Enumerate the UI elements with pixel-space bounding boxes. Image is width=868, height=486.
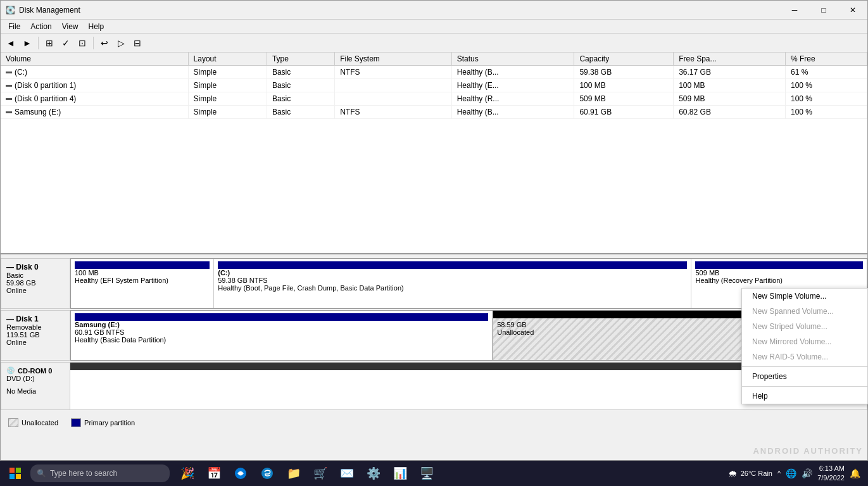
cell-status: Healthy (B...	[451, 106, 574, 119]
ctx-new-raid5[interactable]: New RAID-5 Volume...	[742, 349, 867, 364]
cell-layout: Simple	[188, 79, 267, 92]
cell-status: Healthy (R...	[451, 92, 574, 106]
col-layout: Layout	[188, 53, 267, 66]
maximize-button[interactable]: □	[809, 1, 838, 20]
cell-pct: 100 %	[786, 79, 867, 92]
title-bar-icon: 💽	[6, 6, 15, 15]
ctx-new-mirrored[interactable]: New Mirrored Volume...	[742, 334, 867, 349]
volume-table: Volume Layout Type File System Status Ca…	[1, 53, 867, 119]
toolbar-btn-4[interactable]: ✓	[58, 35, 73, 51]
cell-filesystem: NTFS	[335, 66, 452, 79]
cell-pct: 61 %	[786, 66, 867, 79]
cdrom0-type: DVD (D:)	[6, 375, 65, 382]
legend-primary-box	[71, 418, 81, 427]
cell-capacity: 59.38 GB	[574, 66, 674, 79]
cdrom0-name: CD-ROM 0	[18, 367, 52, 375]
weather-icon: 🌧	[728, 468, 737, 478]
toolbar-btn-7[interactable]: ▷	[113, 35, 129, 51]
cdrom0-icon: 💿	[6, 366, 15, 375]
ctx-new-striped[interactable]: New Striped Volume...	[742, 319, 867, 334]
taskbar-sys-icons: 🌧 26°C Rain	[728, 468, 772, 478]
legend-primary: Primary partition	[71, 418, 135, 427]
start-button[interactable]	[3, 461, 28, 486]
table-area: Volume Layout Type File System Status Ca…	[1, 53, 867, 254]
taskbar-search[interactable]: 🔍 Type here to search	[30, 464, 170, 482]
table-row[interactable]: (Disk 0 partition 1) Simple Basic Health…	[1, 79, 867, 92]
ctx-properties[interactable]: Properties	[742, 369, 867, 384]
cell-capacity: 100 MB	[574, 79, 674, 92]
disk0-efi-bar	[75, 261, 210, 269]
close-button[interactable]: ✕	[838, 1, 867, 20]
taskbar-edge[interactable]	[255, 461, 280, 486]
volume-icon[interactable]: 🔊	[802, 468, 812, 478]
taskbar-mail[interactable]: ✉️	[334, 461, 360, 486]
toolbar-btn-6[interactable]: ↩	[97, 35, 112, 51]
taskbar-settings[interactable]: ⚙️	[361, 461, 386, 486]
disk0-c-name: (C:)	[218, 269, 687, 277]
disk1-samsung-partition[interactable]: Samsung (E:) 60.91 GB NTFS Healthy (Basi…	[71, 311, 493, 360]
toolbar-btn-8[interactable]: ⊟	[130, 35, 145, 51]
col-status: Status	[451, 53, 574, 66]
taskbar-folder[interactable]: 📁	[281, 461, 306, 486]
title-bar: 💽 Disk Management ─ □ ✕	[1, 1, 867, 20]
disk1-size: 119.51 GB	[6, 331, 65, 339]
table-row[interactable]: Samsung (E:) Simple Basic NTFS Healthy (…	[1, 106, 867, 119]
col-filesystem: File System	[335, 53, 452, 66]
taskbar-widgets[interactable]: 🎉	[175, 461, 200, 486]
taskbar-explorer-icon[interactable]	[228, 461, 253, 486]
col-type: Type	[267, 53, 334, 66]
toolbar-btn-3[interactable]: ⊞	[42, 35, 57, 51]
menu-view[interactable]: View	[57, 21, 84, 32]
notification-icon[interactable]: 🔔	[850, 468, 860, 478]
clock-time: 6:13 AM	[817, 464, 845, 473]
chevron-up-icon[interactable]: ^	[777, 470, 781, 477]
toolbar-btn-5[interactable]: ⊡	[75, 35, 90, 51]
back-button[interactable]: ◄	[3, 35, 18, 51]
cell-volume: Samsung (E:)	[1, 106, 188, 119]
cell-free: 36.17 GB	[674, 66, 786, 79]
table-row[interactable]: (C:) Simple Basic NTFS Healthy (B... 59.…	[1, 66, 867, 79]
disk0-status: Online	[6, 287, 65, 294]
taskbar-chat[interactable]: 📅	[201, 461, 227, 486]
toolbar-sep-1	[38, 37, 39, 49]
col-volume: Volume	[1, 53, 188, 66]
taskbar-app2[interactable]: 📊	[387, 461, 413, 486]
cell-volume: (C:)	[1, 66, 188, 79]
taskbar-app3[interactable]: 🖥️	[414, 461, 439, 486]
cell-free: 100 MB	[674, 79, 786, 92]
menu-bar: File Action View Help	[1, 20, 867, 34]
menu-file[interactable]: File	[3, 21, 25, 32]
cell-filesystem	[335, 79, 452, 92]
ctx-new-simple[interactable]: New Simple Volume...	[742, 289, 867, 304]
disk1-label: — Disk 1 Removable 119.51 GB Online	[1, 310, 70, 361]
forward-button[interactable]: ►	[20, 35, 35, 51]
legend-unallocated-box	[8, 418, 18, 427]
cell-type: Basic	[267, 79, 334, 92]
cell-filesystem: NTFS	[335, 106, 452, 119]
svg-point-5	[261, 468, 273, 479]
ctx-help[interactable]: Help	[742, 389, 867, 404]
menu-action[interactable]: Action	[25, 21, 56, 32]
toolbar: ◄ ► ⊞ ✓ ⊡ ↩ ▷ ⊟	[1, 34, 867, 53]
disk0-efi-partition[interactable]: 100 MB Healthy (EFI System Partition)	[71, 259, 214, 308]
ctx-new-spanned[interactable]: New Spanned Volume...	[742, 304, 867, 319]
taskbar-clock[interactable]: 6:13 AM 7/9/2022	[817, 464, 845, 483]
minimize-button[interactable]: ─	[780, 1, 809, 20]
cell-layout: Simple	[188, 92, 267, 106]
network-icon[interactable]: 🌐	[786, 468, 796, 478]
cell-layout: Simple	[188, 106, 267, 119]
table-row[interactable]: (Disk 0 partition 4) Simple Basic Health…	[1, 92, 867, 106]
windows-logo-icon	[9, 468, 21, 479]
svg-rect-3	[16, 474, 21, 479]
clock-date: 7/9/2022	[817, 473, 845, 483]
cell-type: Basic	[267, 92, 334, 106]
cdrom0-row: 💿 CD-ROM 0 DVD (D:) No Media	[1, 362, 867, 413]
cell-type: Basic	[267, 66, 334, 79]
menu-help[interactable]: Help	[84, 21, 110, 32]
cell-volume: (Disk 0 partition 4)	[1, 92, 188, 106]
taskbar-store[interactable]: 🛒	[308, 461, 333, 486]
disk0-c-partition[interactable]: (C:) 59.38 GB NTFS Healthy (Boot, Page F…	[214, 259, 691, 308]
disk0-c-bar	[218, 261, 687, 269]
disk1-name: — Disk 1	[6, 315, 65, 323]
title-bar-controls: ─ □ ✕	[780, 1, 867, 20]
